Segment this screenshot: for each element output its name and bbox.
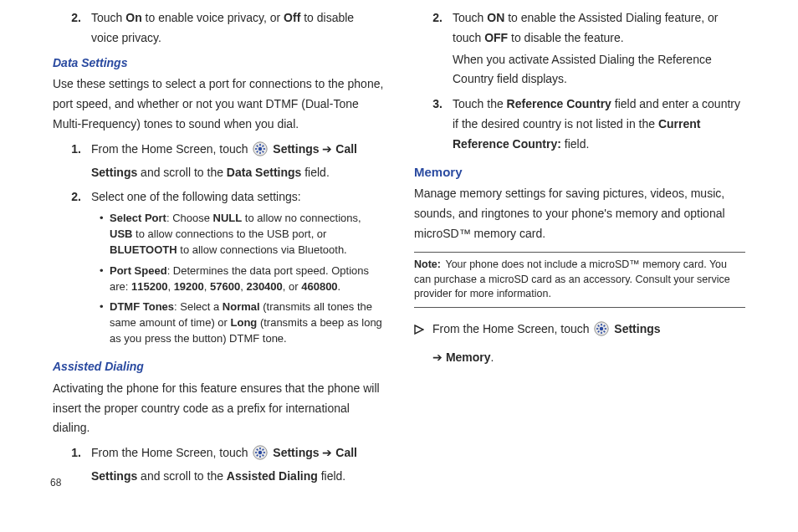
step-item: 2. Touch ON to enable the Assisted Diali… (414, 8, 745, 90)
svg-rect-24 (601, 332, 603, 334)
step-text: Select one of the following data setting… (91, 187, 384, 352)
note-label: Note: (414, 258, 441, 270)
bullet-dot: • (100, 299, 110, 347)
text: to enable voice privacy, or (142, 11, 284, 24)
text: When you activate Assisted Dialing the R… (453, 50, 745, 90)
text: and scroll to the (137, 469, 227, 483)
svg-point-1 (258, 147, 262, 151)
text: . (491, 350, 494, 364)
bold-text: Memory (446, 350, 491, 364)
step-number: 3. (414, 95, 453, 154)
paragraph: Manage memory settings for saving pictur… (414, 184, 745, 243)
bold-text: Off (284, 11, 300, 24)
bold-text: 460800 (301, 280, 337, 293)
svg-rect-12 (260, 448, 262, 449)
bold-text: Settings (614, 322, 660, 335)
bullet-dot: • (100, 263, 110, 295)
page-number: 68 (50, 477, 61, 489)
step-number: 2. (414, 8, 453, 90)
bullet-list: • Select Port: Choose NULL to allow no c… (100, 211, 384, 347)
text: Touch the (453, 97, 507, 110)
page-body: 2. Touch On to enable voice privacy, or … (0, 0, 798, 477)
bullet-text: DTMF Tones: Select a Normal (transmits a… (110, 299, 384, 347)
bold-text: BLUETOOTH (110, 243, 177, 256)
continuation-line: ➔ Memory. (432, 348, 745, 368)
bullet-text: Select Port: Choose NULL to allow no con… (110, 211, 384, 258)
subsection-heading-data-settings: Data Settings (53, 54, 384, 74)
text: : Choose (166, 212, 213, 224)
svg-rect-5 (263, 148, 265, 150)
arrow-text: ➔ (320, 142, 336, 156)
bold-text: ON (487, 11, 504, 24)
right-column: 2. Touch ON to enable the Assisted Diali… (399, 8, 760, 468)
text: Touch (91, 11, 125, 24)
note-box: Note: Your phone does not include a micr… (414, 252, 745, 308)
bold-text: Normal (223, 300, 260, 313)
svg-rect-26 (605, 328, 606, 330)
bold-text: On (125, 11, 141, 24)
text: field. (301, 166, 329, 179)
bold-text: Assisted Dialing (227, 469, 318, 483)
settings-gear-icon (253, 141, 268, 163)
svg-rect-15 (263, 452, 265, 453)
settings-gear-icon (594, 321, 609, 343)
bold-text: DTMF Tones (110, 300, 174, 313)
step-item: 2. Touch On to enable voice privacy, or … (53, 8, 384, 49)
step-text: From the Home Screen, touch Settings ➔ M… (432, 320, 745, 368)
text: : Select a (174, 300, 223, 313)
bold-text: 57600 (210, 280, 240, 293)
bold-text: Settings (273, 142, 319, 156)
svg-marker-20 (415, 325, 423, 334)
step-text: Touch the Reference Country field and en… (453, 95, 745, 154)
section-heading-memory: Memory (414, 161, 745, 183)
bold-text: Reference Country (507, 97, 611, 110)
bullet-text: Port Speed: Determines the data port spe… (110, 263, 384, 295)
bold-text: Select Port (110, 212, 166, 224)
paragraph: Use these settings to select a port for … (53, 74, 384, 134)
svg-rect-4 (255, 148, 257, 150)
step-number: 2. (53, 187, 91, 352)
text: field. (318, 469, 345, 483)
bold-text: Port Speed (110, 264, 167, 277)
note-text: Your phone does not include a microSD™ m… (414, 258, 730, 299)
bullet-item: • Select Port: Choose NULL to allow no c… (100, 211, 384, 258)
svg-rect-14 (255, 452, 257, 453)
svg-rect-13 (260, 456, 262, 458)
step-text: From the Home Screen, touch Settings ➔ C… (91, 443, 384, 487)
bold-text: Long (231, 316, 258, 329)
settings-gear-icon (253, 445, 268, 467)
subsection-heading-assisted-dialing: Assisted Dialing (53, 357, 384, 377)
step-number: 1. (53, 140, 91, 183)
step-item: 2. Select one of the following data sett… (53, 187, 384, 352)
arrow-step: From the Home Screen, touch Settings ➔ M… (414, 320, 745, 368)
bullet-item: • DTMF Tones: Select a Normal (transmits… (100, 299, 384, 347)
step-text: Touch On to enable voice privacy, or Off… (91, 8, 384, 49)
text: to allow no connections, (242, 212, 361, 224)
step-item: 1. From the Home Screen, touch Settings … (53, 140, 384, 183)
bullet-dot: • (100, 211, 110, 258)
svg-point-11 (258, 451, 262, 454)
step-text: Touch ON to enable the Assisted Dialing … (453, 8, 745, 90)
text: From the Home Screen, touch (91, 142, 251, 156)
svg-rect-25 (596, 328, 598, 330)
bold-text: 230400 (246, 280, 282, 293)
step-number: 2. (53, 8, 91, 49)
arrow-text: ➔ (320, 446, 336, 459)
paragraph: Activating the phone for this feature en… (53, 379, 384, 438)
bold-text: 19200 (174, 280, 204, 293)
text: , or (283, 280, 301, 293)
triangle-bullet-icon (414, 320, 432, 368)
bold-text: Settings (273, 446, 319, 459)
step-item: 3. Touch the Reference Country field and… (414, 95, 745, 154)
bold-text: USB (110, 228, 132, 240)
text: Touch (453, 11, 487, 24)
svg-rect-2 (260, 144, 262, 146)
left-column: 2. Touch On to enable voice privacy, or … (38, 8, 399, 468)
svg-rect-3 (260, 151, 262, 153)
bold-text: Data Settings (227, 166, 301, 179)
step-text: From the Home Screen, touch Settings ➔ C… (91, 140, 384, 183)
bold-text: 115200 (131, 280, 167, 293)
text: to disable the feature. (508, 31, 624, 44)
arrow-text: ➔ (432, 350, 446, 364)
bold-text: NULL (213, 212, 243, 224)
